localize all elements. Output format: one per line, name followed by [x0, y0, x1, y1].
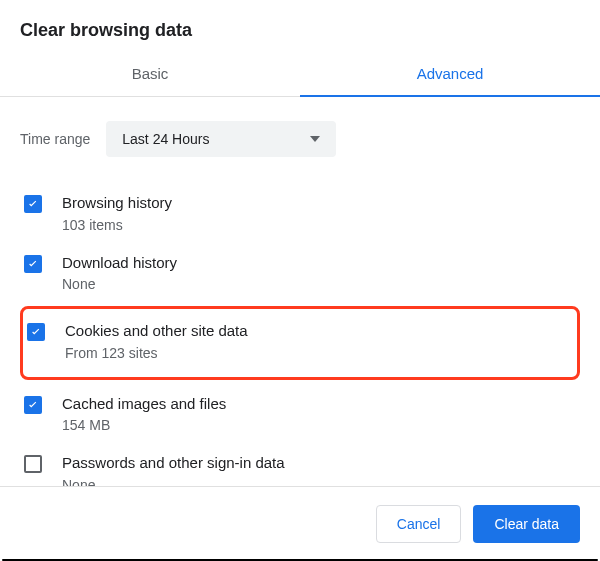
item-text: Cookies and other site dataFrom 123 site… — [65, 321, 248, 361]
item-subtext: 103 items — [62, 217, 172, 233]
dialog-content: Time range Last 24 Hours Browsing histor… — [0, 97, 600, 523]
checkbox[interactable] — [24, 255, 42, 273]
item-label: Download history — [62, 253, 177, 273]
chevron-down-icon — [310, 136, 320, 142]
item-subtext: 154 MB — [62, 417, 226, 433]
checkbox[interactable] — [24, 455, 42, 473]
cancel-button-label: Cancel — [397, 516, 441, 532]
list-item: Download historyNone — [20, 243, 580, 303]
time-range-row: Time range Last 24 Hours — [20, 121, 580, 157]
item-subtext: None — [62, 276, 177, 292]
time-range-value: Last 24 Hours — [122, 131, 209, 147]
list-item: Cookies and other site dataFrom 123 site… — [20, 306, 580, 380]
clear-browsing-data-dialog: Clear browsing data Basic Advanced Time … — [0, 0, 600, 561]
checkbox[interactable] — [24, 195, 42, 213]
cancel-button[interactable]: Cancel — [376, 505, 462, 543]
dialog-header: Clear browsing data — [0, 0, 600, 51]
item-label: Passwords and other sign-in data — [62, 453, 285, 473]
list-item: Browsing history103 items — [20, 183, 580, 243]
tab-advanced[interactable]: Advanced — [300, 51, 600, 96]
item-text: Browsing history103 items — [62, 193, 172, 233]
checkbox[interactable] — [24, 396, 42, 414]
item-label: Cookies and other site data — [65, 321, 248, 341]
item-label: Browsing history — [62, 193, 172, 213]
tab-advanced-label: Advanced — [417, 65, 484, 82]
item-subtext: From 123 sites — [65, 345, 248, 361]
dialog-footer: Cancel Clear data — [0, 486, 600, 561]
item-label: Cached images and files — [62, 394, 226, 414]
item-text: Download historyNone — [62, 253, 177, 293]
tab-bar: Basic Advanced — [0, 51, 600, 97]
tab-basic-label: Basic — [132, 65, 169, 82]
item-text: Cached images and files154 MB — [62, 394, 226, 434]
list-item: Cached images and files154 MB — [20, 384, 580, 444]
dialog-title: Clear browsing data — [20, 20, 580, 41]
tab-basic[interactable]: Basic — [0, 51, 300, 96]
clear-data-button-label: Clear data — [494, 516, 559, 532]
items-list: Browsing history103 itemsDownload histor… — [20, 183, 580, 523]
checkbox[interactable] — [27, 323, 45, 341]
clear-data-button[interactable]: Clear data — [473, 505, 580, 543]
time-range-label: Time range — [20, 131, 90, 147]
time-range-select[interactable]: Last 24 Hours — [106, 121, 336, 157]
